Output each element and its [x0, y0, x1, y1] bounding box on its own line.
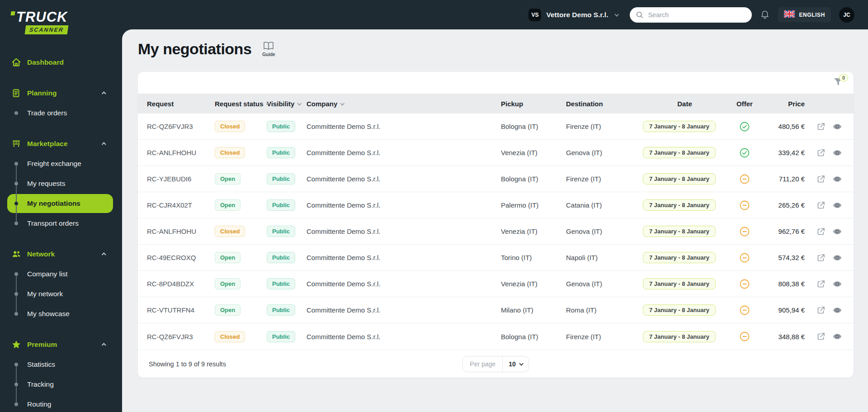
sidebar-item-tracking[interactable]: Tracking — [0, 374, 122, 394]
table-row: RC-QZ6FVJR3 Closed Public Committente De… — [138, 323, 854, 350]
negotiations-card: 0 Request Request status Visibility Comp… — [138, 72, 854, 378]
view-negotiation-button[interactable] — [832, 174, 842, 184]
sidebar-section-network[interactable]: Network — [0, 244, 122, 264]
view-negotiation-button[interactable] — [832, 305, 842, 315]
sidebar-item-company-list[interactable]: Company list — [0, 264, 122, 284]
date-range-badge: 7 January - 8 January — [643, 331, 716, 342]
sidebar-item-transport-orders[interactable]: Transport orders — [0, 213, 122, 233]
dash-circle-icon — [739, 174, 750, 185]
open-negotiation-button[interactable] — [816, 279, 826, 289]
status-badge: Open — [215, 173, 241, 185]
user-avatar[interactable]: JC — [839, 7, 854, 23]
status-badge: Closed — [215, 121, 245, 132]
sidebar-item-my-showcase[interactable]: My showcase — [0, 304, 122, 324]
column-header-request-status[interactable]: Request status — [215, 100, 267, 108]
sidebar: TRUCK SCANNER Dashboard Planning — [0, 0, 122, 412]
organization-switcher[interactable]: VS Vettore Demo S.r.l. — [528, 9, 618, 21]
destination-city: Genova (IT) — [566, 280, 643, 288]
dash-circle-icon — [739, 200, 750, 211]
open-negotiation-button[interactable] — [816, 227, 826, 236]
company-name: Committente Demo S.r.l. — [307, 227, 501, 235]
column-header-visibility[interactable]: Visibility — [267, 100, 307, 108]
destination-city: Roma (IT) — [566, 306, 643, 314]
book-icon — [263, 41, 274, 52]
external-link-icon — [816, 332, 826, 341]
view-negotiation-button[interactable] — [832, 227, 842, 237]
view-negotiation-button[interactable] — [832, 253, 842, 263]
sidebar-item-my-negotiations[interactable]: My negotiations — [0, 194, 122, 213]
search-icon — [636, 11, 644, 21]
sidebar-item-label: My negotiations — [27, 199, 80, 208]
sidebar-item-routing[interactable]: Routing — [0, 394, 122, 412]
table-body: RC-QZ6FVJR3 Closed Public Committente De… — [138, 114, 854, 350]
view-negotiation-button[interactable] — [832, 122, 842, 132]
sidebar-item-dashboard[interactable]: Dashboard — [0, 52, 122, 72]
date-range-badge: 7 January - 8 January — [643, 304, 716, 316]
dash-circle-icon — [739, 226, 750, 237]
sidebar-section-planning[interactable]: Planning — [0, 83, 122, 103]
row-actions — [810, 200, 854, 210]
offer-status — [726, 252, 763, 263]
star-icon — [11, 340, 21, 350]
open-negotiation-button[interactable] — [816, 306, 826, 315]
eye-icon — [832, 331, 842, 341]
pickup-city: Milano (IT) — [501, 306, 566, 314]
language-selector[interactable]: ENGLISH — [778, 7, 831, 22]
open-negotiation-button[interactable] — [816, 201, 826, 210]
search-input[interactable] — [630, 7, 752, 23]
row-actions — [810, 253, 854, 263]
sidebar-nav: Dashboard Planning Trade orders — [0, 52, 122, 412]
price: 348,88 € — [763, 333, 810, 341]
chevron-down-icon — [519, 361, 524, 366]
guide-button[interactable]: Guide — [262, 41, 275, 57]
sidebar-item-trade-orders[interactable]: Trade orders — [0, 103, 122, 123]
column-header-pickup: Pickup — [501, 100, 566, 108]
search-box — [630, 7, 752, 23]
offer-status — [726, 331, 763, 342]
sidebar-section-premium[interactable]: Premium — [0, 335, 122, 355]
logo-accent-square — [10, 11, 15, 15]
filter-bar: 0 — [138, 72, 854, 94]
sidebar-item-label: Freight exchange — [27, 160, 81, 168]
external-link-icon — [816, 306, 826, 315]
visibility-badge: Public — [267, 121, 295, 132]
table-row: RC-49ECROXQ Open Public Committente Demo… — [138, 245, 854, 271]
external-link-icon — [816, 175, 826, 184]
sidebar-item-my-network[interactable]: My network — [0, 284, 122, 304]
people-icon — [11, 249, 21, 259]
sidebar-item-my-requests[interactable]: My requests — [0, 174, 122, 194]
offer-status — [726, 305, 763, 316]
view-negotiation-button[interactable] — [832, 331, 842, 341]
view-negotiation-button[interactable] — [832, 200, 842, 210]
open-negotiation-button[interactable] — [816, 122, 826, 131]
per-page-select[interactable]: Per page 10 — [462, 356, 528, 372]
filter-button[interactable]: 0 — [834, 78, 843, 87]
request-id: RC-8PD4BDZX — [147, 280, 215, 288]
filter-count-badge: 0 — [839, 74, 848, 81]
company-name: Committente Demo S.r.l. — [307, 254, 501, 261]
nav-group-dashboard: Dashboard — [0, 52, 122, 72]
row-actions — [810, 305, 854, 315]
view-negotiation-button[interactable] — [832, 148, 842, 158]
notifications-button[interactable] — [760, 9, 770, 20]
sidebar-item-freight-exchange[interactable]: Freight exchange — [0, 154, 122, 174]
dash-circle-icon — [739, 305, 750, 316]
sidebar-section-marketplace[interactable]: Marketplace — [0, 134, 122, 154]
open-negotiation-button[interactable] — [816, 148, 826, 157]
column-header-company[interactable]: Company — [307, 100, 501, 108]
pickup-city: Bologna (IT) — [501, 333, 566, 341]
view-negotiation-button[interactable] — [832, 279, 842, 289]
chevron-down-icon — [615, 12, 619, 17]
open-negotiation-button[interactable] — [816, 175, 826, 184]
eye-icon — [832, 122, 842, 132]
sidebar-item-label: My network — [27, 290, 63, 298]
visibility-badge: Public — [267, 304, 295, 316]
destination-city: Napoli (IT) — [566, 254, 643, 261]
topbar: VS Vettore Demo S.r.l. ENGLISH JC — [122, 0, 868, 29]
company-name: Committente Demo S.r.l. — [307, 306, 501, 314]
open-negotiation-button[interactable] — [816, 253, 826, 262]
eye-icon — [832, 148, 842, 158]
open-negotiation-button[interactable] — [816, 332, 826, 341]
sidebar-item-statistics[interactable]: Statistics — [0, 355, 122, 374]
request-id: RC-VTUTRFN4 — [147, 306, 215, 314]
